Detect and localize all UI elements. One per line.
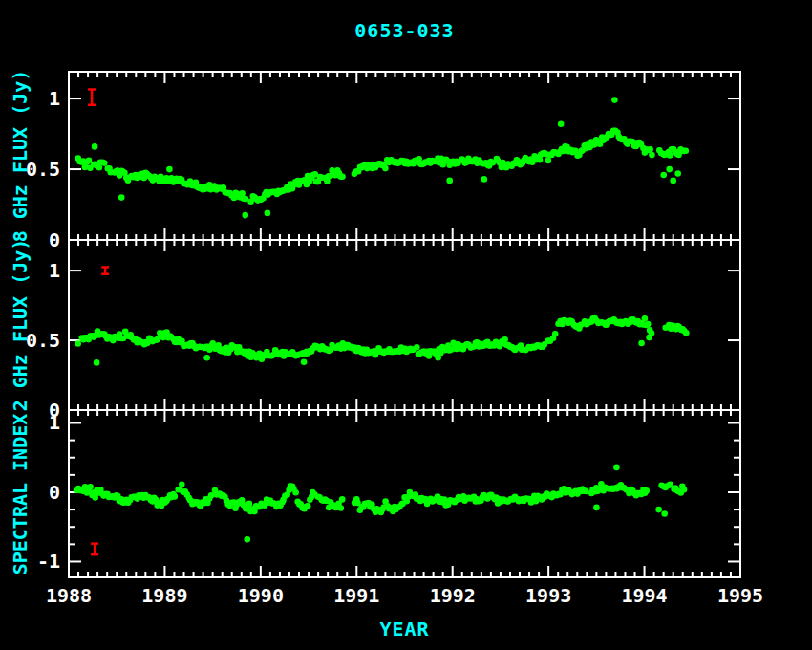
- y-tick-label: -1: [37, 550, 60, 573]
- figure: 0653-033 8 GHz FLUX (Jy) 2 GHz FLUX (Jy)…: [0, 0, 812, 650]
- x-tick-label: 1994: [621, 584, 667, 607]
- y-tick-label: 1: [49, 411, 60, 434]
- y-tick-label: 0.5: [26, 329, 60, 352]
- y-tick-label: 0: [49, 228, 60, 251]
- x-tick-label: 1993: [525, 584, 571, 607]
- x-tick-label: 1991: [333, 584, 379, 607]
- series-spectral-index: [74, 465, 688, 543]
- y-tick-label: 0: [49, 481, 60, 504]
- x-tick-label: 1992: [430, 584, 476, 607]
- error-bar-flux-2ghz: [101, 267, 109, 273]
- series-flux-2ghz: [75, 315, 689, 366]
- y-tick-label: 0.5: [26, 158, 60, 181]
- x-tick-label: 1995: [717, 584, 763, 607]
- x-tick-label: 1988: [46, 584, 92, 607]
- x-tick-label: 1990: [238, 584, 284, 607]
- error-bar-spectral-index: [91, 544, 98, 555]
- y-tick-label: 1: [49, 259, 60, 282]
- y-tick-label: 1: [49, 87, 60, 110]
- series-flux-8ghz: [75, 97, 690, 218]
- error-bar-flux-8ghz: [88, 89, 96, 104]
- plot-canvas: 1988198919901991199219931994199500.5100.…: [0, 0, 812, 650]
- x-tick-label: 1989: [141, 584, 187, 607]
